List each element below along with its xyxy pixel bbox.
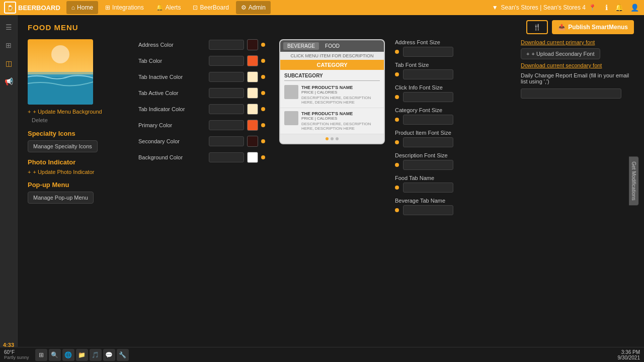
user-button[interactable]: 👤 <box>629 4 640 12</box>
tab-font-size-label: Tab Font Size <box>395 62 506 68</box>
taskbar-app-6[interactable]: 💬 <box>103 349 115 361</box>
tab-color-row: Tab Color #f15925 <box>138 55 269 66</box>
download-primary-font-link[interactable]: Download current primary font <box>521 39 636 45</box>
preview-subcategory-line <box>284 80 380 81</box>
category-font-size-label: Category Font Size <box>395 107 506 113</box>
product-item-font-size-input[interactable]: 24px <box>403 137 453 147</box>
nav-integrations[interactable]: ⊞ Integrations <box>100 1 149 14</box>
secondary-color-swatch[interactable] <box>247 136 258 147</box>
store-filter[interactable]: ▼ Sean's Stores | Sean's Stores 4 📍 <box>492 4 596 11</box>
page-title: FOOD MENU <box>28 23 78 32</box>
taskbar-app-3[interactable]: 🌐 <box>62 349 74 361</box>
preview-dot-1 <box>326 137 329 140</box>
notification-button[interactable]: 🔔 <box>614 4 624 12</box>
menu-background-image <box>28 39 93 105</box>
primary-color-swatch[interactable] <box>247 120 258 131</box>
beverage-tab-label: BEVERAGE <box>287 43 315 49</box>
tab-color-swatch[interactable] <box>247 55 258 66</box>
preview-tab-food[interactable]: FOOD <box>321 42 344 50</box>
manage-specialty-icons-button[interactable]: Manage Specialty Icons <box>28 140 98 152</box>
tab-inactive-color-label: Tab Inactive Color <box>138 74 209 80</box>
tab-indicator-color-row: Tab Indicator Color #ffebc2 <box>138 104 269 115</box>
nav-alerts[interactable]: 🔔 Alerts <box>151 1 186 14</box>
download-secondary-font-link[interactable]: Download current secondary font <box>521 62 636 68</box>
background-color-input[interactable]: #ffffff <box>209 152 244 162</box>
beverage-tab-name-input[interactable]: THIRSTY# <box>403 205 453 215</box>
update-menu-background-button[interactable]: + + Update Menu Background <box>28 109 102 115</box>
update-photo-indicator-button[interactable]: + + Update Photo Indicator <box>28 169 94 175</box>
tab-indicator-color-swatch[interactable] <box>247 104 258 115</box>
primary-color-input[interactable]: #f15925 <box>209 120 244 130</box>
background-color-connector <box>261 155 265 159</box>
filter-icon: ▼ <box>492 4 498 11</box>
logo-icon: 🍺 <box>4 2 16 14</box>
nav-beerboard[interactable]: ⊡ BeerBoard <box>188 1 233 14</box>
address-color-swatch[interactable] <box>247 39 258 50</box>
tab-indicator-color-input[interactable]: #ffebc2 <box>209 104 244 114</box>
taskbar-app-4[interactable]: 📁 <box>76 349 88 361</box>
address-color-input[interactable]: #2f1210 <box>209 40 244 50</box>
menu-icon-button[interactable]: 🍴 <box>526 20 548 34</box>
main-content: FOOD MENU 🍴 📤 Publish SmartMenus <box>18 15 644 347</box>
publish-label: Publish SmartMenus <box>568 24 628 31</box>
product-item-font-size-row: Product Item Font Size 24px <box>395 130 506 147</box>
product-item-font-size-label: Product Item Font Size <box>395 130 506 136</box>
sidebar-icon-3[interactable]: ◫ <box>2 56 16 70</box>
delete-button[interactable]: Delete <box>32 117 48 123</box>
nav-home[interactable]: ⌂ Home <box>66 1 98 14</box>
home-icon: ⌂ <box>71 4 75 11</box>
upload-secondary-font-button[interactable]: + + Upload Secondary Font <box>521 48 600 59</box>
manage-popup-menu-button[interactable]: Manage Pop-up Menu <box>28 192 94 204</box>
tab-color-input[interactable]: #f15925 <box>209 56 244 66</box>
sidebar-icon-4[interactable]: 📢 <box>2 74 16 88</box>
taskbar-app-7[interactable]: 🔧 <box>117 349 129 361</box>
preview-tab-beverage[interactable]: BEVERAGE <box>283 42 319 50</box>
category-font-size-input[interactable]: 21px <box>403 115 453 125</box>
taskbar: 60°F Partly sunny ⊞ 🔍 🌐 📁 🎵 💬 🔧 3:36 PM … <box>0 347 644 362</box>
click-info-font-size-input[interactable]: 16px <box>403 92 453 102</box>
taskbar-app-1[interactable]: ⊞ <box>35 349 47 361</box>
nav-beerboard-label: BeerBoard <box>200 4 228 11</box>
preview-product-1-image <box>284 85 298 99</box>
address-font-size-input[interactable]: 14px <box>403 47 453 57</box>
publish-smartmenus-button[interactable]: 📤 Publish SmartMenus <box>552 20 634 34</box>
secondary-color-input[interactable]: #2f1210 <box>209 136 244 146</box>
preview-category-bar[interactable]: CATEGORY <box>280 60 384 70</box>
taskbar-clock: 3:36 PM 9/30/2021 <box>618 349 640 360</box>
food-tab-name-connector <box>395 186 399 190</box>
tab-active-color-label: Tab Active Color <box>138 90 209 96</box>
left-sidebar: ☰ ⊞ ◫ 📢 4:33 <box>0 15 18 362</box>
daily-change-label: Daily Change Report Email (fill in your … <box>521 72 636 84</box>
description-font-size-input[interactable]: 16px <box>403 160 453 170</box>
tab-font-size-input[interactable]: 26px <box>403 69 453 79</box>
preview-product-1-name: THE PRODUCT'S NAME <box>301 85 380 90</box>
food-tab-name-input[interactable] <box>403 183 453 193</box>
sidebar-icon-2[interactable]: ⊞ <box>2 38 16 52</box>
tab-color-label: Tab Color <box>138 58 209 64</box>
taskbar-app-5[interactable]: 🎵 <box>90 349 102 361</box>
specialty-icons-label: Specialty Icons <box>28 130 128 137</box>
get-modifications-tab[interactable]: Get Modifications <box>629 156 638 205</box>
tab-inactive-color-row: Tab Inactive Color #ffebc2 <box>138 71 269 82</box>
nav-integrations-label: Integrations <box>112 4 144 11</box>
sidebar-icon-1[interactable]: ☰ <box>2 20 16 34</box>
taskbar-weather: 60°F Partly sunny <box>4 349 29 360</box>
tab-active-color-input[interactable]: #ffebc2 <box>209 88 244 98</box>
food-tab-name-row: Food Tab Name <box>395 175 506 193</box>
tab-inactive-color-swatch[interactable] <box>247 71 258 82</box>
nav-admin[interactable]: ⚙ Admin <box>236 1 271 14</box>
info-button[interactable]: ℹ <box>604 4 609 12</box>
background-color-swatch[interactable] <box>247 152 258 163</box>
taskbar-app-2[interactable]: 🔍 <box>49 349 61 361</box>
tab-active-color-swatch[interactable] <box>247 87 258 99</box>
preview-panel: BEVERAGE FOOD CLICK MENU ITEM FOR DESCRI… <box>279 39 385 220</box>
preview-phone: BEVERAGE FOOD CLICK MENU ITEM FOR DESCRI… <box>279 39 385 144</box>
tab-indicator-color-connector <box>261 107 265 111</box>
taskbar-temperature: 60°F <box>4 349 29 355</box>
daily-change-email-input[interactable] <box>521 88 621 99</box>
nav-home-label: Home <box>77 4 93 11</box>
tab-font-size-row: Tab Font Size 26px <box>395 62 506 79</box>
tab-inactive-color-input[interactable]: #ffebc2 <box>209 72 244 82</box>
tab-inactive-color-connector <box>261 75 265 79</box>
color-controls-panel: Address Color #2f1210 Tab Color #f15925 … <box>138 39 269 220</box>
